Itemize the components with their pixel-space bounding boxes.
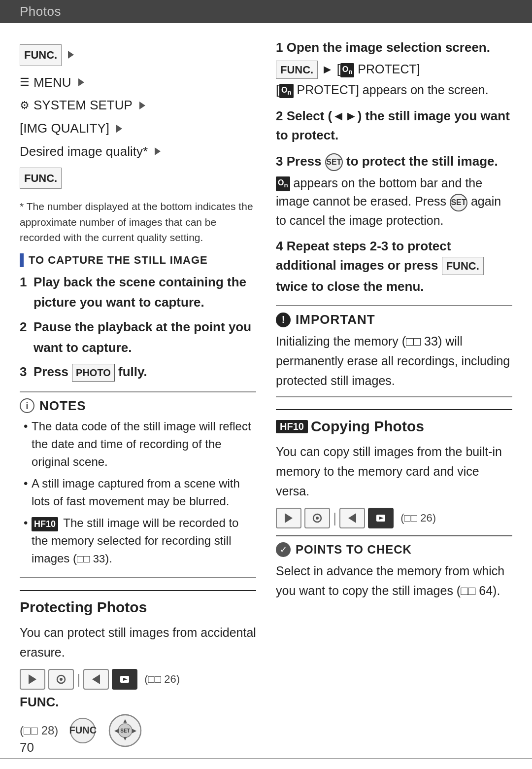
svg-text:▼: ▼ [122,735,128,742]
footnote: * The number displayed at the bottom ind… [20,199,256,245]
mode-icon-r1 [276,508,301,528]
arrow-icon [155,147,161,155]
svg-point-15 [316,517,319,520]
on-badge: On [340,63,355,77]
menu-line-desired: Desired image quality* [20,140,256,163]
func-label: FUNC. [20,695,256,710]
notes-icon: i [20,398,34,413]
notes-list: The data code of the still image will re… [24,418,256,567]
func-button-2[interactable]: FUNC. [20,168,62,189]
important-title: Important [296,312,375,327]
copying-heading: HF10 Copying Photos [276,418,512,435]
section-divider-right [276,409,512,410]
svg-marker-13 [285,513,293,523]
separator-r: | [333,510,336,526]
svg-marker-16 [348,513,356,523]
arrow-icon [116,125,122,133]
capture-steps: 1 Play back the scene containing the pic… [20,272,256,383]
menu-block: FUNC. ☰ MENU ⚙ SYSTEM SETUP [IMG QUALITY… [20,43,256,191]
copying-title: Copying Photos [311,418,424,435]
capture-section-header: To capture the still image [20,253,256,267]
step-3: 3 Press PHOTO fully. [20,362,256,383]
hf10-section-badge: HF10 [276,420,308,433]
func-button[interactable]: FUNC. [20,44,62,66]
mode-icon-r3 [339,508,365,528]
func-row: FUNC. (□□ 28) FUNC ▲ ▼ ◀ ▶ SET [20,695,256,748]
menu-icon: ☰ [20,72,30,92]
svg-text:◀: ◀ [114,727,119,734]
right-step-4: 4 Repeat steps 2-3 to protect additional… [276,237,512,296]
func-sub-row: (□□ 28) FUNC ▲ ▼ ◀ ▶ SET [20,713,256,748]
blue-bar [20,253,24,267]
mode-icon-4 [112,669,137,690]
svg-text:▶: ▶ [132,727,137,734]
important-body: Initializing the memory (□□ 33) will per… [276,331,512,390]
set-badge-2: SET [450,194,467,211]
page-ref-left: (□□ 26) [144,673,180,686]
points-title: Points to Check [296,543,412,557]
menu-line-imgquality: [IMG QUALITY] [20,117,256,140]
protecting-heading: Protecting Photos [20,599,256,616]
copying-body: You can copy still images from the built… [276,442,512,501]
step-2: 2 Pause the playback at the point you wa… [20,317,256,358]
right-step-1: 1 Open the image selection screen. FUNC.… [276,38,512,100]
points-header: ✓ Points to Check [276,542,512,557]
notes-item-1: The data code of the still image will re… [24,418,256,471]
left-column: FUNC. ☰ MENU ⚙ SYSTEM SETUP [IMG QUALITY… [20,38,256,748]
capture-section-title: To capture the still image [29,254,208,267]
right-column: 1 Open the image selection screen. FUNC.… [276,38,512,748]
check-icon: ✓ [276,542,291,557]
mode-icon-1 [20,669,45,690]
notes-title: Notes [39,398,86,414]
arrow-icon [139,102,145,109]
section-divider [20,590,256,591]
step-1: 1 Play back the scene containing the pic… [20,272,256,313]
menu-line-system: ⚙ SYSTEM SETUP [20,94,256,117]
svg-text:▲: ▲ [122,717,128,724]
notes-item-3: HF10 The still image will be recorded to… [24,514,256,567]
func-box-right: FUNC. [276,61,318,79]
func-circle-icon: FUNC [70,718,96,743]
points-body: Select in advance the memory from which … [276,561,512,600]
points-check-box: ✓ Points to Check Select in advance the … [276,535,512,600]
arrow-icon [78,78,84,86]
mode-icon-2 [48,669,74,690]
notes-header: i Notes [20,398,256,414]
mode-icon-3 [83,669,109,690]
svg-marker-0 [29,674,36,684]
notes-box: i Notes The data code of the still image… [20,391,256,578]
notes-item-2: A still image captured from a scene with… [24,475,256,510]
on-badge-2: On [279,84,294,98]
protecting-body: You can protect still images from accide… [20,623,256,662]
top-bar: Photos [0,0,532,23]
page-title: Photos [20,4,61,19]
func-sub-ref: (□□ 28) [20,724,58,737]
svg-point-2 [60,678,63,681]
hf10-badge: HF10 [32,517,58,531]
nav-circle-icon: ▲ ▼ ◀ ▶ SET [107,713,143,748]
important-header: ! Important [276,312,512,327]
bottom-line [0,758,532,759]
set-badge: SET [325,153,343,171]
arrow-icon [68,51,74,59]
page-number: 70 [20,740,34,755]
svg-marker-3 [92,674,100,684]
right-step-3: 3 Press SET to protect the still image. … [276,152,512,230]
important-icon: ! [276,313,291,327]
svg-text:SET: SET [121,728,130,734]
photo-badge: PHOTO [72,364,115,382]
menu-line-menu: ☰ MENU [20,71,256,94]
mode-icon-r4 [368,508,394,528]
separator: | [77,671,80,687]
right-step-2: 2 Select (◄►) the still image you want t… [276,106,512,145]
page-ref-right: (□□ 26) [400,512,436,524]
mode-icon-r2 [304,508,330,528]
on-badge-3: On [276,176,290,191]
mode-icons-row: | (□□ 26) [20,669,256,690]
system-icon: ⚙ [20,96,30,115]
mode-icons-row-right: | (□□ 26) [276,508,512,528]
important-box: ! Important Initializing the memory (□□ … [276,305,512,397]
func-box-step4: FUNC. [442,257,484,275]
